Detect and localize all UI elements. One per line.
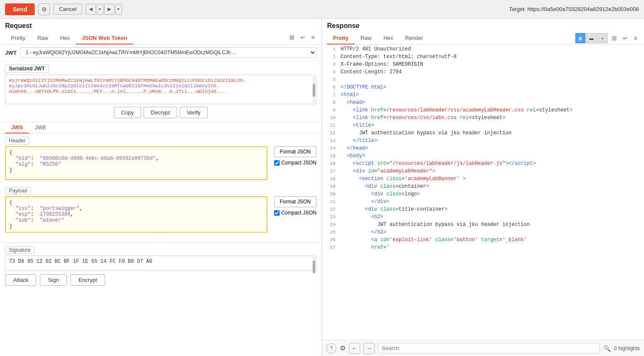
payload-code-box[interactable]: { "iss": "portswigger", "exp": 170825538… — [5, 196, 267, 233]
tab-hex[interactable]: Hex — [54, 32, 76, 44]
encrypt-button[interactable]: Encrypt — [70, 274, 105, 286]
code-line-22: 22 <div class=title-container> — [322, 206, 644, 214]
copy-button[interactable]: Copy — [114, 107, 141, 118]
target-url: Target: https://0a5e00a70328204a82912e2b… — [509, 6, 639, 12]
jwt-selector: JWT 1 - eyJraWQiOiI2YjU2MGMwZC1kNjAwLTRl… — [0, 44, 322, 61]
code-line-11: 11 <title> — [322, 122, 644, 130]
copy-tab-icon[interactable]: ⊞ — [288, 33, 296, 42]
code-line-16: 16 <script src="/resources/labheader/js/… — [322, 161, 644, 168]
request-header: Request — [0, 19, 322, 32]
code-line-2: 2 Content-Type: text/html; charset=utf-8 — [322, 54, 644, 61]
response-code-area: 1 HTTP/2 401 Unauthorized 2 Content-Type… — [322, 44, 644, 340]
view-single-button[interactable]: ▪ — [597, 33, 608, 43]
signature-value: 73 D8 95 12 02 BC BF 1F 1E 65 14 FC F0 B… — [9, 259, 152, 264]
serialized-box: eyJraWQiOiI2YjU2MGMwZC1kNjAwLTRlYmMtYjBh… — [5, 75, 316, 104]
payload-section: Payload { "iss": "portswigger", "exp": 1… — [0, 184, 322, 236]
header-label: Header — [5, 137, 29, 145]
response-settings-button[interactable]: ⚙ — [340, 344, 346, 352]
header-compact-check[interactable]: Compact JSON — [274, 160, 316, 166]
code-line-6: 6 <!DOCTYPE html> — [322, 84, 644, 92]
header-row: { "kid": "6b560c0d-d600-4ebc-b0a8-89392a… — [5, 146, 316, 180]
drag-handle[interactable]: · · · — [0, 236, 322, 242]
request-title: Request — [5, 22, 316, 30]
code-line-8: 8 <head> — [322, 100, 644, 107]
back-drop-button[interactable]: ▾ — [97, 4, 103, 15]
help-button[interactable]: ? — [326, 343, 336, 353]
code-line-20: 20 <div class=logo> — [322, 191, 644, 199]
signature-section: Signature 73 D8 95 12 02 BC BF 1F 1E 65 … — [0, 242, 322, 289]
back-nav-button[interactable]: ← — [349, 343, 360, 354]
view-horizontal-button[interactable]: ▬ — [586, 33, 597, 43]
header-compact-checkbox[interactable] — [274, 160, 280, 166]
response-tab-pretty[interactable]: Pretty — [327, 32, 355, 44]
payload-compact-check[interactable]: Compact JSON — [274, 210, 316, 216]
response-title: Response — [327, 22, 639, 30]
signature-actions: Attack Sign Encrypt — [5, 274, 316, 286]
header-format-json[interactable]: Format JSON — [274, 146, 316, 157]
sign-button[interactable]: Sign — [40, 274, 67, 286]
toolbar: Send ⚙ Cancel ◀ ▾ ▶ ▾ Target: https://0a… — [0, 0, 644, 19]
cancel-button[interactable]: Cancel — [53, 4, 82, 14]
payload-format-json[interactable]: Format JSON — [274, 196, 316, 207]
view-mode-buttons: ▦ ▬ ▪ — [575, 33, 608, 43]
header-actions: Format JSON Compact JSON — [274, 146, 316, 166]
more-icon[interactable]: ≡ — [310, 33, 316, 42]
code-line-10: 10 <link href=/resources/css/labs.css re… — [322, 115, 644, 122]
header-code-box[interactable]: { "kid": "6b560c0d-d600-4ebc-b0a8-89392a… — [5, 146, 267, 180]
response-wrap-icon[interactable]: ↵ — [621, 34, 630, 42]
code-line-21: 21 </div> — [322, 199, 644, 206]
payload-compact-checkbox[interactable] — [274, 210, 280, 216]
wrap-icon[interactable]: ↵ — [299, 33, 307, 42]
code-line-17: 17 <div id="academyLabHeader"> — [322, 168, 644, 176]
code-line-3: 3 X-Frame-Options: SAMEORIGIN — [322, 61, 644, 69]
settings-button[interactable]: ⚙ — [38, 3, 50, 15]
header-section: Header { "kid": "6b560c0d-d600-4ebc-b0a8… — [0, 134, 322, 184]
response-tabs: Pretty Raw Hex Render ▦ ▬ ▪ ⊞ ↵ ≡ — [322, 32, 644, 44]
code-line-9: 9 <link href=/resources/labheader/css/ac… — [322, 107, 644, 115]
code-line-13: 13 </title> — [322, 138, 644, 145]
search-input[interactable] — [378, 343, 600, 353]
request-tabs: Pretty Raw Hex JSON Web Token ⊞ ↵ ≡ — [0, 32, 322, 44]
code-line-23: 23 <h2> — [322, 214, 644, 222]
verify-button[interactable]: Verify — [180, 107, 208, 118]
jwt-part2: eyJpc3MiOiJwb3J0c3dpZ2dlciIsImV4cCI6MTcw… — [9, 83, 219, 89]
tab-jwt[interactable]: JSON Web Token — [76, 32, 133, 44]
jwt-label: JWT — [5, 50, 17, 56]
tab-raw[interactable]: Raw — [31, 32, 54, 44]
send-button[interactable]: Send — [5, 3, 35, 15]
response-tab-raw[interactable]: Raw — [355, 32, 378, 44]
serialized-actions: Copy Decrypt Verify — [5, 107, 316, 118]
attack-button[interactable]: Attack — [5, 274, 36, 286]
payload-label: Payload — [5, 187, 31, 195]
view-split-button[interactable]: ▦ — [575, 33, 586, 43]
serialized-section: Serialized JWT eyJraWQiOiI2YjU2MGMwZC1kN… — [0, 61, 322, 122]
code-line-26: 26 <a id='exploit-link' class='button' t… — [322, 237, 644, 245]
response-copy-icon[interactable]: ⊞ — [610, 34, 619, 42]
nav-arrows: ◀ ▾ ▶ ▾ — [86, 4, 122, 15]
code-line-7: 7 <html> — [322, 92, 644, 100]
forward-nav-button[interactable]: → — [364, 343, 375, 354]
response-bottom-bar: ? ⚙ ← → 🔍 0 highlights — [322, 340, 644, 356]
back-button[interactable]: ◀ — [86, 4, 96, 15]
subtab-jwe[interactable]: JWE — [29, 122, 52, 134]
search-icon[interactable]: 🔍 — [603, 345, 611, 352]
code-line-4: 4 Content-Length: 2794 — [322, 69, 644, 77]
response-more-icon[interactable]: ≡ — [632, 34, 639, 42]
jwt-select[interactable]: 1 - eyJraWQiOiI2YjU2MGMwZC1kNjAwLTRlYmMt… — [20, 47, 316, 58]
payload-actions: Format JSON Compact JSON — [274, 196, 316, 216]
response-tab-render[interactable]: Render — [399, 32, 429, 44]
code-line-1: 1 HTTP/2 401 Unauthorized — [322, 46, 644, 54]
code-line-19: 19 <div class=container> — [322, 184, 644, 191]
tab-pretty[interactable]: Pretty — [5, 32, 31, 44]
main-content: Request Pretty Raw Hex JSON Web Token ⊞ … — [0, 19, 644, 356]
code-line-14: 14 </head> — [322, 145, 644, 153]
decrypt-button[interactable]: Decrypt — [144, 107, 177, 118]
forward-button[interactable]: ▶ — [104, 4, 114, 15]
response-tab-hex[interactable]: Hex — [378, 32, 399, 44]
signature-label: Signature — [5, 246, 34, 254]
forward-drop-button[interactable]: ▾ — [115, 4, 122, 15]
jwt-part1: eyJraWQiOiI2YjU2MGMwZC1kNjAwLTRlYmMtYjBh… — [9, 78, 246, 83]
subtab-jws[interactable]: JWS — [5, 122, 29, 134]
code-line-27: 27 href=' — [322, 245, 644, 252]
signature-box: 73 D8 95 12 02 BC BF 1F 1E 65 14 FC F0 B… — [5, 256, 316, 271]
